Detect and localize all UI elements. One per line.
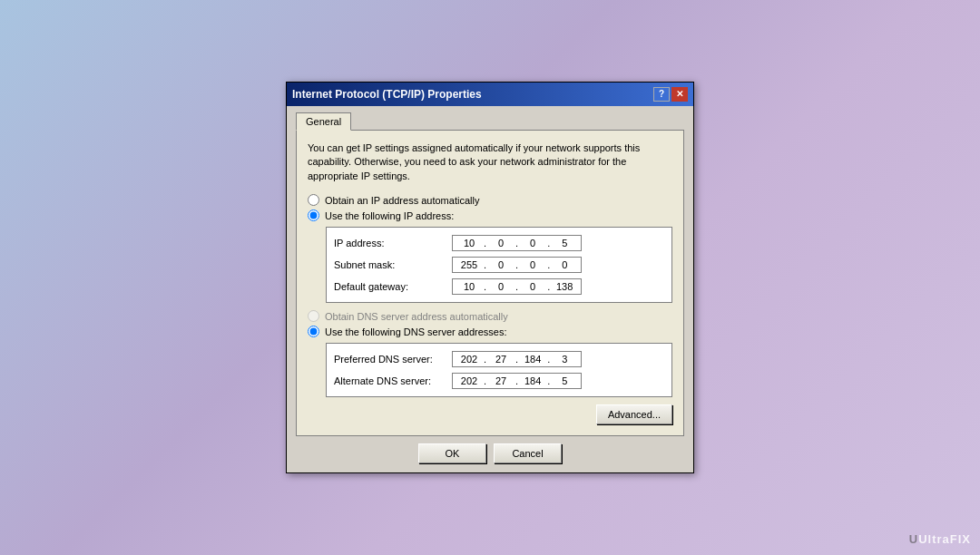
ip-fields-box: IP address: . . . Subnet mask: . — [326, 227, 672, 303]
window-title: Internet Protocol (TCP/IP) Properties — [292, 88, 482, 101]
alternate-dns-row: Alternate DNS server: . . . — [334, 373, 664, 389]
ip-manual-radio[interactable] — [308, 209, 319, 221]
title-bar-buttons: ? ✕ — [653, 87, 688, 102]
alternate-dns-label: Alternate DNS server: — [334, 375, 452, 386]
alt-b[interactable] — [488, 375, 514, 386]
gateway-row: Default gateway: . . . — [334, 278, 664, 295]
subnet-b[interactable] — [488, 259, 514, 270]
alternate-dns-input[interactable]: . . . — [452, 373, 582, 389]
gateway-input[interactable]: . . . — [452, 278, 582, 295]
tab-content: You can get IP settings assigned automat… — [296, 130, 684, 436]
dns-auto-radio[interactable] — [308, 310, 319, 322]
subnet-a[interactable] — [456, 259, 482, 270]
alt-c[interactable] — [520, 375, 545, 386]
ip-b[interactable] — [488, 238, 514, 248]
ip-auto-radio[interactable] — [308, 194, 319, 206]
tab-general[interactable]: General — [296, 112, 351, 131]
dns-radio-group: Obtain DNS server address automatically … — [308, 310, 672, 337]
gateway-b[interactable] — [488, 281, 514, 292]
subnet-input[interactable]: . . . — [452, 257, 582, 273]
ip-c[interactable] — [520, 238, 545, 248]
tab-bar: General — [287, 106, 693, 130]
gateway-a[interactable] — [456, 281, 482, 292]
ip-address-label: IP address: — [334, 238, 452, 248]
pref-b[interactable] — [488, 354, 514, 365]
close-button[interactable]: ✕ — [671, 87, 688, 102]
gateway-label: Default gateway: — [334, 281, 452, 292]
gateway-c[interactable] — [520, 281, 545, 292]
pref-a[interactable] — [456, 354, 482, 365]
main-window: Internet Protocol (TCP/IP) Properties ? … — [286, 82, 694, 473]
dns-manual-radio[interactable] — [308, 326, 319, 337]
subnet-row: Subnet mask: . . . — [334, 257, 664, 273]
ok-button[interactable]: OK — [418, 443, 486, 463]
dns-fields-box: Preferred DNS server: . . . Alternate DN… — [326, 343, 672, 397]
ip-radio-group: Obtain an IP address automatically Use t… — [308, 194, 672, 221]
ip-address-input[interactable]: . . . — [452, 235, 582, 251]
pref-c[interactable] — [520, 354, 545, 365]
watermark: UUltraFIX — [909, 532, 971, 546]
ip-a[interactable] — [456, 238, 482, 248]
pref-d[interactable] — [552, 354, 577, 365]
subnet-label: Subnet mask: — [334, 259, 452, 270]
ip-auto-radio-label[interactable]: Obtain an IP address automatically — [308, 194, 672, 206]
dns-section: Obtain DNS server address automatically … — [308, 310, 672, 424]
ip-manual-radio-label[interactable]: Use the following IP address: — [308, 209, 672, 221]
alt-d[interactable] — [552, 375, 577, 386]
cancel-button[interactable]: Cancel — [494, 443, 562, 463]
dns-manual-radio-label[interactable]: Use the following DNS server addresses: — [308, 326, 672, 337]
dns-auto-radio-label[interactable]: Obtain DNS server address automatically — [308, 310, 672, 322]
subnet-c[interactable] — [520, 259, 545, 270]
subnet-d[interactable] — [552, 259, 577, 270]
gateway-d[interactable] — [552, 281, 577, 292]
title-bar: Internet Protocol (TCP/IP) Properties ? … — [287, 83, 693, 106]
preferred-dns-label: Preferred DNS server: — [334, 354, 452, 365]
ok-cancel-area: OK Cancel — [287, 436, 693, 472]
description-text: You can get IP settings assigned automat… — [308, 141, 672, 183]
alt-a[interactable] — [456, 375, 482, 386]
preferred-dns-input[interactable]: . . . — [452, 351, 582, 367]
ip-d[interactable] — [552, 238, 577, 248]
preferred-dns-row: Preferred DNS server: . . . — [334, 351, 664, 367]
ip-address-row: IP address: . . . — [334, 235, 664, 251]
advanced-button[interactable]: Advanced... — [596, 404, 672, 424]
help-button[interactable]: ? — [653, 87, 670, 102]
